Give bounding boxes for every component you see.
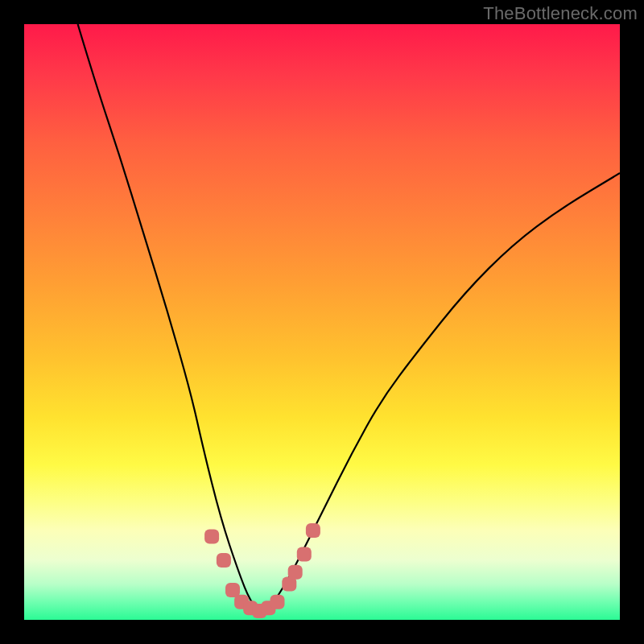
bottleneck-curve — [78, 24, 620, 611]
bottleneck-curve-svg — [24, 24, 620, 620]
highlight-markers — [204, 523, 320, 618]
plot-area — [24, 24, 620, 620]
watermark-text: TheBottleneck.com — [483, 3, 638, 24]
marker-point — [270, 595, 285, 609]
marker-point — [297, 547, 312, 562]
marker-point — [217, 553, 231, 568]
marker-point — [288, 565, 303, 580]
marker-point — [306, 523, 320, 538]
chart-frame: TheBottleneck.com — [0, 0, 644, 644]
marker-point — [204, 529, 219, 543]
